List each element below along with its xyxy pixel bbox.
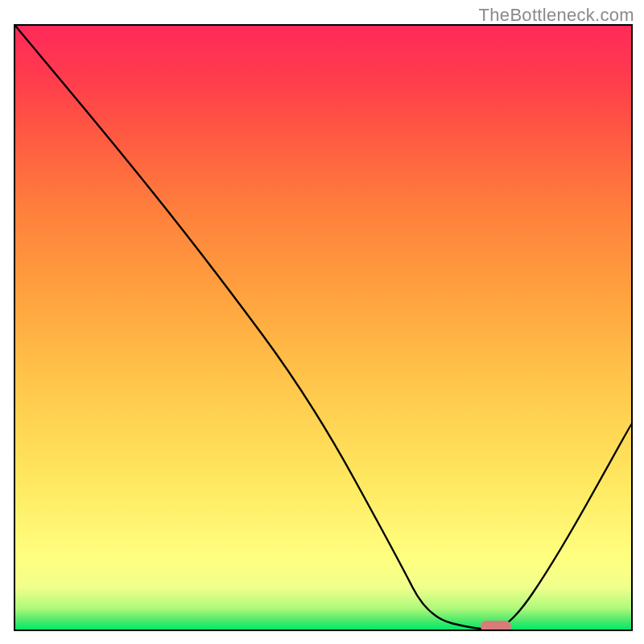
watermark-text: TheBottleneck.com <box>479 5 634 26</box>
chart-frame <box>14 24 633 631</box>
optimal-marker <box>481 621 511 631</box>
gradient-background <box>15 26 631 630</box>
